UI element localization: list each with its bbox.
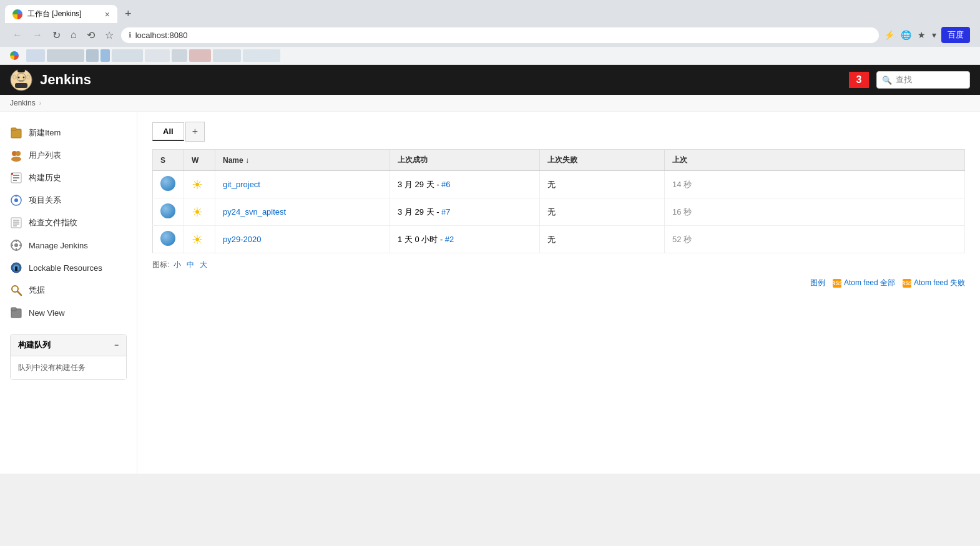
last-success-cell: 1 天 0 小时 - #2 [390, 226, 540, 253]
sidebar-label-new-item: 新建Item [29, 127, 61, 139]
tab-add[interactable]: + [185, 122, 205, 142]
table-header-row: S W Name ↓ 上次成功 上次失败 上次 [153, 150, 965, 171]
atom-feed-all-link[interactable]: RSS Atom feed 全部 [833, 278, 895, 288]
build-queue-empty: 队列中没有构建任务 [18, 363, 86, 372]
icon-size-bar: 图标: 小 中 大 [152, 260, 965, 270]
baidu-button[interactable]: 百度 [941, 27, 970, 43]
sidebar-label-manage: Manage Jenkins [29, 241, 88, 250]
sidebar-item-build-history[interactable]: 构建历史 [0, 167, 137, 189]
bookmark-button[interactable]: ☆ [102, 28, 116, 42]
atom-feed-fail-label: Atom feed 失败 [914, 278, 965, 288]
status-cell [153, 198, 184, 226]
sidebar-item-credentials[interactable]: 凭据 [0, 279, 137, 301]
tab-close-button[interactable]: × [105, 9, 110, 19]
new-view-icon [10, 306, 22, 319]
project-rel-icon [10, 194, 22, 207]
svg-rect-28 [16, 248, 17, 251]
atom-feed-all-label: Atom feed 全部 [844, 278, 895, 288]
sidebar-item-manage[interactable]: Manage Jenkins [0, 234, 137, 256]
sidebar-item-users[interactable]: 用户列表 [0, 144, 137, 167]
active-tab[interactable]: 工作台 [Jenkins] × [5, 5, 117, 23]
build-queue-title: 构建队列 [18, 339, 51, 351]
table-row: ☀git_project3 月 29 天 - #6无14 秒 [153, 171, 965, 198]
bookmarks-bar [0, 47, 980, 65]
history-button[interactable]: ⟲ [84, 28, 97, 42]
sidebar-item-lockable[interactable]: Lockable Resources [0, 256, 137, 279]
build-link[interactable]: #2 [445, 235, 454, 244]
svg-point-11 [16, 151, 21, 156]
footer-links: 图例 RSS Atom feed 全部 RSS Atom feed 失败 [152, 278, 965, 288]
breadcrumb-separator: › [39, 100, 41, 107]
address-bar: ← → ↻ ⌂ ⟲ ☆ ℹ localhost:8080 ⚡ 🌐 ★ ▾ 百度 [5, 23, 975, 47]
lightning-icon[interactable]: ⚡ [884, 30, 894, 40]
status-ball [160, 203, 175, 218]
queue-collapse-button[interactable]: − [114, 341, 119, 349]
browser-right-icons: ⚡ 🌐 ★ ▾ [884, 30, 936, 40]
jenkins-page: Jenkins 3 🔍 查找 Jenkins › 新建Item [0, 65, 980, 474]
search-box[interactable]: 🔍 查找 [876, 71, 970, 89]
users-icon [10, 149, 22, 162]
svg-line-35 [17, 291, 21, 295]
project-link[interactable]: git_project [223, 180, 260, 189]
tab-favicon [12, 9, 22, 19]
url-text: localhost:8080 [135, 31, 188, 40]
svg-point-19 [15, 195, 17, 197]
view-tabs: All + [152, 122, 965, 142]
notification-badge[interactable]: 3 [849, 72, 869, 88]
sidebar-item-new-item[interactable]: 新建Item [0, 122, 137, 144]
new-item-icon [10, 127, 22, 139]
translate-icon[interactable]: 🌐 [901, 30, 911, 40]
svg-rect-5 [13, 75, 16, 79]
home-button[interactable]: ⌂ [68, 28, 79, 42]
svg-rect-9 [11, 128, 16, 130]
star-icon[interactable]: ★ [918, 30, 926, 40]
legend-label: 图例 [810, 278, 825, 288]
project-link[interactable]: py29-2020 [223, 235, 261, 244]
tab-all[interactable]: All [152, 122, 184, 141]
sidebar-item-project-rel[interactable]: 项目关系 [0, 189, 137, 212]
last-failure-cell: 无 [540, 226, 665, 253]
sidebar-label-users: 用户列表 [29, 150, 61, 161]
icon-size-large[interactable]: 大 [200, 260, 207, 269]
search-icon: 🔍 [882, 76, 892, 85]
icon-size-medium[interactable]: 中 [187, 260, 194, 269]
sidebar-label-build-history: 构建历史 [29, 172, 61, 183]
svg-rect-6 [27, 75, 29, 79]
url-bar[interactable]: ℹ localhost:8080 [121, 27, 879, 43]
svg-rect-20 [11, 218, 21, 228]
last-failure-cell: 无 [540, 198, 665, 226]
col-header-name[interactable]: Name ↓ [215, 150, 390, 171]
breadcrumb-home[interactable]: Jenkins [10, 99, 36, 107]
forward-button[interactable]: → [30, 28, 45, 42]
svg-point-3 [18, 77, 20, 79]
icon-size-small[interactable]: 小 [174, 260, 181, 269]
svg-point-18 [14, 198, 18, 202]
projects-table: S W Name ↓ 上次成功 上次失败 上次 ☀git_project3 月 … [152, 149, 965, 253]
jenkins-logo [10, 69, 32, 91]
weather-sun-icon: ☀ [192, 205, 203, 220]
sidebar-item-new-view[interactable]: New View [0, 301, 137, 324]
main-layout: 新建Item 用户列表 [0, 112, 980, 474]
jenkins-header: Jenkins 3 🔍 查找 [0, 65, 980, 95]
rss-all-icon: RSS [833, 279, 841, 288]
sidebar-label-project-rel: 项目关系 [29, 195, 61, 206]
atom-feed-fail-link[interactable]: RSS Atom feed 失败 [903, 278, 965, 288]
build-link[interactable]: #6 [441, 180, 450, 189]
project-link[interactable]: py24_svn_apitest [223, 207, 286, 217]
refresh-button[interactable]: ↻ [50, 28, 63, 42]
menu-icon[interactable]: ▾ [932, 30, 936, 40]
back-button[interactable]: ← [10, 28, 25, 42]
new-tab-button[interactable]: + [120, 5, 137, 23]
sidebar-label-credentials: 凭据 [29, 285, 45, 296]
weather-cell: ☀ [184, 198, 215, 226]
sidebar-label-file-fingerprint: 检查文件指纹 [29, 217, 77, 228]
last-duration-cell: 16 秒 [665, 198, 965, 226]
status-ball [160, 231, 175, 246]
svg-rect-33 [15, 266, 17, 271]
svg-rect-2 [15, 83, 27, 88]
legend-link[interactable]: 图例 [810, 278, 825, 288]
build-link[interactable]: #7 [441, 207, 450, 217]
sidebar-item-file-fingerprint[interactable]: 检查文件指纹 [0, 212, 137, 234]
bookmark-favicon[interactable] [5, 49, 24, 62]
breadcrumb: Jenkins › [0, 95, 980, 112]
